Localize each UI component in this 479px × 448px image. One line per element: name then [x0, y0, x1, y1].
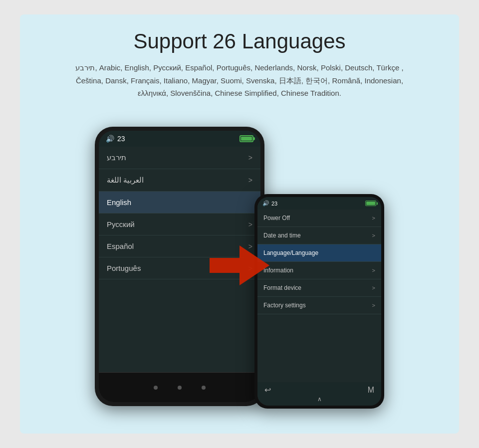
right-menu-icon[interactable]: M: [368, 386, 374, 395]
left-menu-chevron-5: >: [248, 264, 252, 272]
left-menu-item-3[interactable]: Русский >: [99, 214, 260, 235]
left-menu-label-2: English: [107, 198, 131, 207]
right-menu-item-5[interactable]: Factory settings >: [257, 297, 381, 314]
left-device-inner: 🔊 23 תירבע > العربية اللغة: [99, 131, 260, 402]
left-menu-label-5: Português: [107, 264, 141, 272]
right-menu-item-0[interactable]: Power Off >: [257, 210, 381, 227]
devices-area: 🔊 23 תירבע > العربية اللغة: [40, 115, 439, 419]
left-status-left: 🔊 23: [106, 135, 125, 143]
page-title: Support 26 Languages: [133, 29, 345, 53]
left-menu-item-0[interactable]: תירבע >: [99, 147, 260, 169]
right-device-inner: 🔊 23 Power Off > Date and time: [257, 197, 381, 406]
right-bottom-row-2: ∧: [264, 396, 374, 403]
left-volume-level: 23: [117, 135, 125, 143]
right-menu-item-2-language[interactable]: Language/Language: [257, 244, 381, 262]
left-menu-label-1: العربية اللغة: [107, 176, 144, 185]
right-menu-chevron-0: >: [372, 215, 375, 221]
right-device-screen: 🔊 23 Power Off > Date and time: [257, 197, 381, 382]
left-menu-label-0: תירבע: [107, 153, 126, 162]
right-nav-icon[interactable]: ∧: [317, 396, 322, 403]
left-device: 🔊 23 תירבע > العربية اللغة: [95, 127, 264, 406]
right-menu-item-1[interactable]: Date and time >: [257, 227, 381, 244]
left-menu-chevron-1: >: [248, 176, 252, 184]
right-menu-chevron-4: >: [372, 285, 375, 291]
right-status-bar: 🔊 23: [257, 197, 381, 210]
left-device-screen: 🔊 23 תירבע > العربية اللغة: [99, 131, 260, 372]
left-battery-icon: [240, 135, 253, 142]
right-menu-item-3[interactable]: Information >: [257, 262, 381, 279]
right-battery-fill: [366, 202, 375, 205]
left-device-bottom: [99, 372, 260, 402]
right-menu-item-4[interactable]: Format device >: [257, 279, 381, 297]
right-menu-chevron-3: >: [372, 267, 375, 273]
left-menu-item-5[interactable]: Português >: [99, 257, 260, 279]
right-device: 🔊 23 Power Off > Date and time: [254, 194, 384, 409]
right-battery-icon: [365, 201, 376, 206]
left-menu-item-1[interactable]: العربية اللغة >: [99, 169, 260, 192]
right-menu-label-2: Language/Language: [263, 249, 318, 256]
subtitle-text: תירבע, Arabic, English, Русский, Español…: [65, 61, 414, 100]
left-battery-fill: [241, 137, 252, 141]
right-status-left: 🔊 23: [262, 200, 277, 207]
right-menu-chevron-1: >: [372, 232, 375, 238]
left-menu-item-2-english[interactable]: English: [99, 192, 260, 214]
left-menu-chevron-0: >: [248, 154, 252, 162]
right-menu-label-3: Information: [263, 267, 293, 274]
left-menu-label-3: Русский: [107, 220, 135, 228]
right-speaker-icon: 🔊: [262, 200, 269, 207]
left-bottom-dot-1: [154, 386, 158, 390]
main-container: Support 26 Languages תירבע, Arabic, Engl…: [20, 14, 459, 434]
left-bottom-dot-3: [202, 386, 206, 390]
right-bottom-row-1: ↩ M: [264, 385, 374, 395]
left-bottom-dot-2: [178, 386, 182, 390]
right-menu-label-1: Date and time: [263, 232, 301, 239]
right-volume-level: 23: [271, 201, 277, 207]
left-status-bar: 🔊 23: [99, 131, 260, 147]
right-menu-label-0: Power Off: [263, 215, 290, 222]
left-menu-item-4[interactable]: Español >: [99, 235, 260, 257]
right-menu-label-5: Factory settings: [263, 302, 306, 309]
left-speaker-icon: 🔊: [106, 135, 114, 143]
right-menu-label-4: Format device: [263, 284, 301, 291]
left-menu-chevron-3: >: [248, 221, 252, 228]
left-menu-label-4: Español: [107, 242, 134, 250]
left-menu-chevron-4: >: [248, 242, 252, 250]
right-menu-chevron-5: >: [372, 302, 375, 308]
right-back-icon[interactable]: ↩: [264, 385, 271, 395]
right-device-bottom: ↩ M ∧: [257, 382, 381, 406]
